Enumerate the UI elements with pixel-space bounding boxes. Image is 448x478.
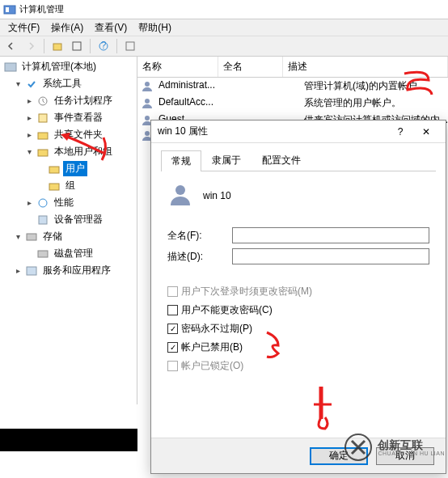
tree-disk-management[interactable]: 磁盘管理 (2, 245, 135, 262)
app-icon (3, 3, 16, 16)
col-header-desc[interactable]: 描述 (283, 57, 448, 77)
menu-help[interactable]: 帮助(H) (133, 19, 176, 36)
svg-rect-13 (49, 184, 59, 190)
toolbar-separator (90, 39, 91, 53)
svg-point-21 (145, 116, 150, 121)
toolbar-separator (116, 39, 117, 53)
svg-point-20 (145, 99, 150, 104)
check-disabled-label: 帐户已禁用(B) (181, 341, 243, 354)
expand-icon[interactable]: ▸ (24, 113, 34, 122)
expand-icon[interactable]: ▸ (24, 130, 34, 139)
window-titlebar: 计算机管理 (0, 0, 448, 19)
list-row[interactable]: Administrat...管理计算机(域)的内置帐户 (137, 78, 448, 95)
dialog-titlebar: win 10 属性 ? ✕ (151, 121, 446, 143)
svg-rect-18 (27, 267, 36, 275)
check-cannotchange-label: 用户不能更改密码(C) (181, 303, 273, 317)
window-title: 计算机管理 (19, 3, 64, 15)
expand-icon[interactable]: ▸ (24, 198, 34, 207)
tree-event-viewer[interactable]: ▸事件查看器 (2, 109, 135, 126)
menu-action[interactable]: 操作(A) (46, 19, 88, 36)
svg-rect-9 (39, 114, 47, 122)
tree-system-tools[interactable]: ▾系统工具 (2, 75, 135, 92)
check-locked-label: 帐户已锁定(O) (181, 359, 243, 373)
tab-general[interactable]: 常规 (161, 150, 201, 171)
properties-button[interactable] (69, 38, 85, 54)
fullname-input[interactable] (232, 227, 429, 243)
expand-icon[interactable]: ▸ (24, 96, 34, 105)
checkbox-cannotchange[interactable] (167, 305, 178, 315)
svg-point-19 (145, 82, 150, 87)
dialog-close-button[interactable]: ✕ (413, 126, 439, 137)
svg-point-14 (39, 199, 47, 207)
tree-services-apps[interactable]: ▸服务和应用程序 (2, 262, 135, 279)
user-icon (141, 97, 154, 110)
user-large-icon (167, 181, 193, 209)
tree-performance[interactable]: ▸性能 (2, 194, 135, 211)
svg-point-23 (175, 185, 185, 195)
tab-memberof[interactable]: 隶属于 (201, 150, 251, 171)
taskbar-stub (0, 429, 137, 451)
col-header-name[interactable]: 名称 (137, 57, 218, 77)
menu-file[interactable]: 文件(F) (3, 19, 44, 36)
tree-local-users[interactable]: ▾本地用户和组 (2, 143, 135, 160)
checkbox-mustchange (167, 286, 178, 297)
checkbox-locked (167, 361, 178, 371)
svg-rect-7 (5, 63, 16, 71)
dialog-tabs: 常规 隶属于 配置文件 (161, 150, 436, 171)
refresh-button[interactable] (122, 38, 138, 54)
tree-storage[interactable]: ▾存储 (2, 228, 135, 245)
collapse-icon[interactable]: ▾ (24, 147, 34, 156)
svg-rect-17 (38, 251, 48, 257)
check-neverexpire-label: 密码永不过期(P) (181, 322, 252, 336)
watermark: 创新互联 CHUANG XIN HU LIAN (344, 433, 445, 462)
tree-root[interactable]: 计算机管理(本地) (2, 58, 135, 75)
user-header: win 10 (161, 178, 436, 222)
desc-label: 描述(D): (167, 250, 232, 264)
desc-input[interactable] (232, 248, 429, 264)
tree-shared-folders[interactable]: ▸共享文件夹 (2, 126, 135, 143)
toolbar-separator (44, 39, 44, 53)
svg-rect-15 (39, 216, 47, 224)
checkbox-disabled[interactable] (167, 342, 178, 353)
check-cannotchange-row[interactable]: 用户不能更改密码(C) (161, 301, 436, 319)
collapse-icon[interactable]: ▾ (13, 232, 23, 241)
fullname-row: 全名(F): (161, 227, 436, 243)
collapse-icon[interactable]: ▾ (13, 79, 23, 88)
toolbar: ? (0, 36, 448, 57)
up-button[interactable] (49, 38, 66, 54)
svg-rect-12 (49, 167, 59, 173)
check-disabled-row[interactable]: 帐户已禁用(B) (161, 338, 436, 357)
help-button[interactable]: ? (95, 38, 112, 54)
tree-groups[interactable]: 组 (2, 177, 135, 194)
watermark-cn: 创新互联 (378, 439, 445, 451)
desc-row: 描述(D): (161, 248, 436, 264)
dialog-help-button[interactable]: ? (387, 126, 413, 137)
forward-button[interactable] (23, 38, 39, 54)
check-locked-row: 帐户已锁定(O) (161, 357, 436, 375)
menu-view[interactable]: 查看(V) (90, 19, 132, 36)
list-row[interactable]: DefaultAcc...系统管理的用户帐户。 (137, 95, 448, 112)
check-mustchange-label: 用户下次登录时须更改密码(M) (181, 285, 312, 298)
watermark-logo-icon (344, 433, 373, 462)
tree-users[interactable]: 用户 (2, 160, 135, 177)
dialog-body: 常规 隶属于 配置文件 win 10 全名(F): 描述(D): 用户下次登录时… (151, 143, 446, 382)
properties-dialog: win 10 属性 ? ✕ 常规 隶属于 配置文件 win 10 全名(F): … (150, 120, 446, 474)
user-icon (141, 80, 154, 93)
tree-device-manager[interactable]: 设备管理器 (2, 211, 135, 228)
svg-point-22 (145, 131, 150, 136)
tree-task-scheduler[interactable]: ▸任务计划程序 (2, 92, 135, 109)
fullname-label: 全名(F): (167, 229, 232, 243)
col-header-fullname[interactable]: 全名 (218, 57, 283, 77)
menubar: 文件(F) 操作(A) 查看(V) 帮助(H) (0, 19, 448, 36)
svg-rect-1 (6, 7, 9, 12)
check-neverexpire-row[interactable]: 密码永不过期(P) (161, 319, 436, 338)
check-mustchange-row: 用户下次登录时须更改密码(M) (161, 282, 436, 301)
svg-rect-10 (38, 133, 48, 139)
dialog-title: win 10 属性 (158, 125, 387, 138)
checkbox-neverexpire[interactable] (167, 324, 178, 334)
tab-profile[interactable]: 配置文件 (251, 150, 311, 171)
expand-icon[interactable]: ▸ (13, 266, 23, 275)
list-header: 名称 全名 描述 (137, 57, 448, 78)
back-button[interactable] (3, 38, 19, 54)
svg-rect-16 (27, 234, 36, 240)
